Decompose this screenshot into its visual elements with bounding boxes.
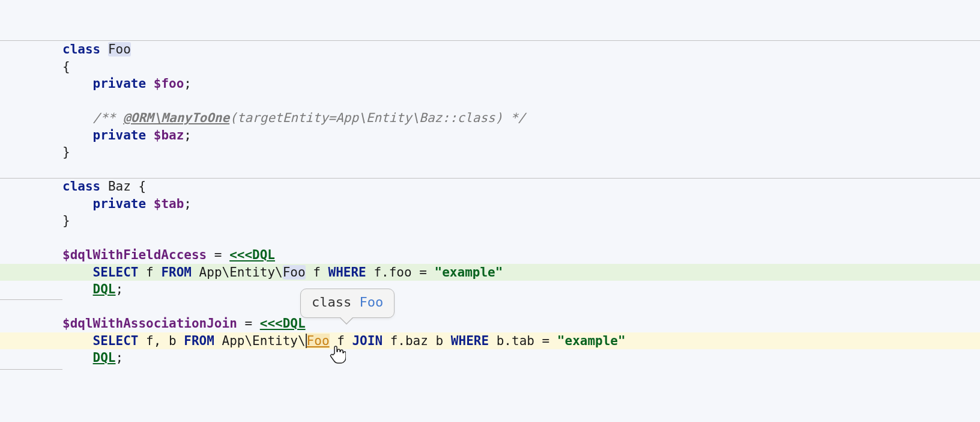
code-line-blank[interactable] [0,161,980,179]
heredoc-open: <<<DQL [229,248,275,262]
keyword-modifier: private [93,128,147,142]
code-line-blank[interactable] [0,93,980,110]
gutter-rule [0,369,62,370]
code-line-blank[interactable] [0,230,980,247]
editor-area[interactable]: class Foo { private $foo; /** @ORM\ManyT… [0,0,980,367]
tooltip-notch-icon [339,317,354,325]
identifier-class-name[interactable]: Baz [108,179,131,194]
dql-join-expr: f.baz b [383,334,451,348]
code-line[interactable]: DQL; [0,281,980,298]
heredoc-open: <<<DQL [260,316,306,331]
brace-open: { [62,60,70,74]
code-line-highlighted[interactable]: SELECT f, b FROM App\Entity\Foo f JOIN f… [0,332,980,350]
semicolon: ; [184,76,192,91]
keyword-class: class [62,179,100,194]
semicolon: ; [116,350,124,365]
dql-select-args: f [138,265,161,280]
operator-eq: = [207,248,229,262]
operator-eq: = [237,316,260,331]
code-line[interactable]: private $foo; [0,75,980,93]
variable[interactable]: $tab [154,197,184,211]
variable[interactable]: $dqlWithAssociationJoin [62,316,237,331]
code-line[interactable]: private $tab; [0,195,980,213]
doc-comment-open: /** [93,111,124,125]
dql-string-literal: "example" [557,334,626,348]
dql-keyword-where: WHERE [451,334,489,348]
dql-entity-name-hover[interactable]: Foo [306,334,330,348]
dql-keyword-select: SELECT [93,334,139,348]
code-line[interactable]: class Baz { [0,178,980,195]
dql-where-expr: b.tab = [489,334,557,348]
code-line[interactable]: $dqlWithAssociationJoin = <<<DQL [0,315,980,332]
dql-alias: f [306,265,328,280]
dql-alias: f [330,334,352,348]
semicolon: ; [184,197,192,211]
code-line[interactable]: class Foo [0,41,980,58]
code-line[interactable]: } [0,144,980,161]
dql-keyword-select: SELECT [93,265,139,280]
dql-keyword-join: JOIN [352,334,383,348]
heredoc-close: DQL [93,350,116,365]
dql-select-args: f, b [138,334,184,348]
dql-entity-ns: App\Entity\ [214,334,306,348]
keyword-modifier: private [93,197,147,211]
variable[interactable]: $foo [154,76,184,91]
doc-annotation[interactable]: @ORM\ManyToOne [123,111,229,125]
code-editor-viewport: class Foo { private $foo; /** @ORM\ManyT… [0,0,980,422]
variable[interactable]: $dqlWithFieldAccess [62,248,207,262]
keyword-class: class [62,42,100,57]
brace-open: { [131,179,146,194]
dql-entity-ns: App\Entity\ [192,265,283,280]
tooltip-keyword: class [312,295,351,310]
code-line[interactable]: { [0,58,980,76]
dql-keyword-from: FROM [184,334,214,348]
variable[interactable]: $baz [154,128,184,142]
code-line[interactable]: } [0,212,980,230]
dql-keyword-where: WHERE [328,265,366,280]
dql-keyword-from: FROM [161,265,192,280]
doc-comment-rest: (targetEntity=App\Entity\Baz::class) */ [229,111,525,125]
code-line[interactable]: $dqlWithFieldAccess = <<<DQL [0,246,980,264]
tooltip-classname[interactable]: Foo [359,295,383,310]
dql-entity-name[interactable]: Foo [283,265,306,280]
code-line[interactable]: private $baz; [0,127,980,144]
code-line[interactable]: /** @ORM\ManyToOne(targetEntity=App\Enti… [0,109,980,127]
quick-doc-tooltip[interactable]: class Foo [300,289,395,318]
brace-close: } [62,145,70,159]
semicolon: ; [116,282,124,296]
semicolon: ; [184,128,192,142]
dql-where-expr: f.foo = [366,265,435,280]
dql-string-literal: "example" [435,265,503,280]
code-line[interactable]: DQL; [0,349,980,367]
identifier-class-name[interactable]: Foo [108,42,131,57]
code-line-blank[interactable] [0,298,980,316]
heredoc-close: DQL [93,282,116,296]
keyword-modifier: private [93,76,147,91]
brace-close: } [62,213,70,228]
code-line-highlighted[interactable]: SELECT f FROM App\Entity\Foo f WHERE f.f… [0,264,980,281]
